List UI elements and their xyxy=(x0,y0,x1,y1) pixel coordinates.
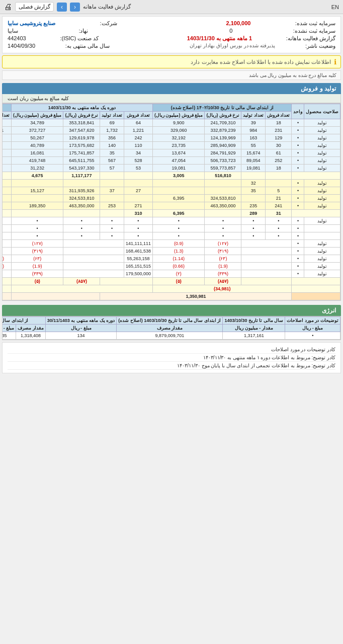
table-row: تولید • 61 15,674 284,791,929 13,674 34 … xyxy=(2,149,340,157)
energy-h4: مبلغ - ریال xyxy=(45,325,117,332)
col-group-current-year: از ابتدای سال مالی تا تاریخ 1۴۰۳/11/30 xyxy=(2,104,11,112)
energy-col4: دوره یک ماهه منتهی به 30/11/1403 xyxy=(45,317,117,325)
th-qty-sell-3: تعداد فروش xyxy=(2,112,11,119)
energy-cell-2: 1,317,161 xyxy=(223,332,285,340)
nehad-label: نهاد: xyxy=(78,28,88,34)
col-group-prev-year: از ابتدای سال مالی تا تاریخ 1۴۰۲/10/30 (… xyxy=(152,104,292,112)
th-amount-1: مبلغ فروش (میلیون ریال) xyxy=(152,112,205,119)
col-group-monthly: دوره یک ماهه منتهی به 1403/11/30 xyxy=(11,104,152,112)
special-row: تولید • (۳۳۹) (۲) 179,500,000 (۳۳۹) (۲) … xyxy=(2,270,340,278)
table-row: تولید • 18 39 241,709,310 9,900 64 69 35… xyxy=(2,119,340,127)
warning-text: اطلاعات نمایش داده شده با اطلاعات اصلاح … xyxy=(191,59,331,65)
bottom-note-2: کادر توضیح: مربوط به اطلاعات تجمعی از اب… xyxy=(8,362,335,370)
th-price-2: نرخ فروش (ریال) xyxy=(63,112,100,119)
energy-row: • 1,317,161 9,879,009,701 134 1,318,408 … xyxy=(2,332,340,340)
energy-col5: از ابتدای سال مالی تا 30/11/1403 xyxy=(2,317,45,325)
energy-cell-5: 1,318,408 xyxy=(16,332,46,340)
company-name-value: صنایع پتروشیمی سابیا xyxy=(8,20,55,27)
top-bar-right: EN xyxy=(331,4,339,10)
lang-label: EN xyxy=(331,4,339,10)
energy-col2: سال مالی تا تاریخ 1403/10/30 xyxy=(223,317,285,325)
table-row-sec2: 31 289 6,395 310 183 126,370 xyxy=(2,210,340,217)
special-row: (34,981) (33,939) (15,413) xyxy=(2,285,340,293)
status-value: پذیرفته شده در بورس اوراق بهادار تهران xyxy=(190,43,275,49)
col-unit: واحد xyxy=(292,104,304,119)
note-text: کلیه مبالغ درج شده به میلیون ریال می باش… xyxy=(249,72,336,78)
capital-not-registered-label: سرمایه ثبت نشده: xyxy=(293,28,335,34)
energy-cell-3: 9,879,009,701 xyxy=(117,332,223,340)
special-row: (۸۵۷) (۵) (۸۵۷) (۵) xyxy=(2,278,340,285)
empty-row: تولید••••••••••••••• xyxy=(2,217,340,225)
table-row: تولید • 252 89,054 506,733,723 47,054 52… xyxy=(2,157,340,165)
warning-bar: ℹ اطلاعات نمایش داده شده با اطلاعات اصلا… xyxy=(2,55,341,68)
capital-registered-label: سرمایه ثبت شده: xyxy=(295,20,335,27)
th-qty-sell-1: تعداد فروش xyxy=(265,112,292,119)
table-row: 516,810 3,005 1,117,177 4,675 1,633,947 … xyxy=(2,172,340,180)
top-bar: EN گزارش فعالیت ماهانه ‹ › گزارش فصلی 🖨 xyxy=(0,0,343,14)
table-row: تولید • 18 19,081 559,773,857 19,081 53 … xyxy=(2,165,340,172)
energy-h3: مقدار مصرف xyxy=(117,325,223,332)
energy-cell-1: • xyxy=(285,332,340,340)
table-row: تولید • 129 163 124,139,969 32,192 242 3… xyxy=(2,134,340,142)
production-table: صلاحیت محصول واحد از ابتدای سال مالی تا … xyxy=(2,103,341,301)
note-bar: کلیه مبالغ درج شده به میلیون ریال می باش… xyxy=(2,70,341,80)
energy-h2: مقدار - مبلیون ریال xyxy=(223,325,285,332)
energy-table: توضیحات در مورد اصلاحات سال مالی تا تاری… xyxy=(2,316,341,340)
fiscal-year-value: 1404/09/30 xyxy=(8,43,35,49)
table-row-sec2: تولید • 241 235 463,350,000 271 253 463,… xyxy=(2,202,340,210)
isic-label: کد صنعت (ISIC): xyxy=(60,35,99,42)
company-name-label: شرکت: xyxy=(100,20,117,27)
table-row-sec2: تولید • 32 14 0.8- 3,961 781,500,000 xyxy=(2,180,340,187)
nav-prev-button[interactable]: ‹ xyxy=(70,3,80,12)
special-row: تولید • (۱۲۷) (0.9) 141,111,111 (۱۲۷) (0… xyxy=(2,240,340,248)
energy-cell-6: 1,315,735 xyxy=(2,332,16,340)
table-row-sec2: تولید • 5 35 27 37 311,935,926 15,127 21… xyxy=(2,187,340,195)
report-period-value: 1 ماهه منتهی به 1403/11/30 xyxy=(187,35,252,42)
table-row: تولید • 30 55 285,940,909 23,735 110 140… xyxy=(2,142,340,149)
th-price-1: نرخ فروش (ریال) xyxy=(205,112,241,119)
table-row: تولید • 231 984 332,879,239 329,060 1,22… xyxy=(2,127,340,134)
section1-title: تولید و فروش xyxy=(2,83,341,94)
report-label: گزارش فعالیت ماهانه xyxy=(83,4,131,10)
special-row: تولید • (1.9) (0.66) 165,151,515 (1.9) (… xyxy=(2,263,340,270)
empty-row: ••••••••••••••• xyxy=(2,232,340,240)
section3-title: انرژی xyxy=(2,305,341,316)
capital-not-registered-value: 0 xyxy=(229,28,232,34)
nav-next-button[interactable]: › xyxy=(57,3,67,12)
print-icon[interactable]: 🖨 xyxy=(4,3,12,12)
energy-cell-4: 134 xyxy=(45,332,117,340)
energy-h6: مبلغ - مبلیون ریال xyxy=(2,325,16,332)
col-product-type: صلاحیت محصول xyxy=(304,104,340,119)
warning-icon: ℹ xyxy=(334,58,336,66)
special-row: تولید • (۶۳) (1.14) 55,263,158 (۶۳) (1.1… xyxy=(2,255,340,263)
energy-col3: از ابتدای سال مالی تا تاریخ 1403/10/30 (… xyxy=(117,317,223,325)
th-amount-2: مبلغ فروش (میلیون ریال) xyxy=(11,112,63,119)
capital-registered-value: 2,100,000 xyxy=(226,20,250,27)
fiscal-year-label: سال مالی منتهی به: xyxy=(65,43,110,49)
th-qty-sell-2: تعداد فروش xyxy=(124,112,152,119)
special-row: 1,350,981 1,391,136 507,789 1,793,933 xyxy=(2,293,340,300)
empty-row: ••••••••••••••• xyxy=(2,225,340,232)
isic-value: 442403 xyxy=(8,35,26,42)
section1-subtitle: کلیه مبالغ به میلیون ریان است xyxy=(2,94,341,103)
company-info: سرمایه ثبت شده: 2,100,000 شرکت: صنایع پت… xyxy=(2,16,341,53)
filter-box[interactable]: گزارش فصلی xyxy=(15,2,54,12)
bottom-note-1: کادر توضیح: مربوط به اطلاعات دوره ۱ ماهه… xyxy=(8,354,335,362)
energy-col1: توضیحات در مورد اصلاحات xyxy=(285,317,340,325)
table-row-sec2: تولید • 21 324,533,810 6,395 324,533,810… xyxy=(2,195,340,202)
special-row: تولید • (۳۱۹) (1.3) 168,461,538 (۳۱۹) (1… xyxy=(2,248,340,255)
th-qty-prod-1: تعداد تولید xyxy=(241,112,266,119)
energy-h5: مقدار مصرف xyxy=(16,325,46,332)
report-period-label: گزارش فعالیت ماهانه: xyxy=(286,35,335,42)
subtotal-label xyxy=(292,172,340,180)
bottom-notes: کادر توضیحات در مورد اصلاحات کادر توضیح:… xyxy=(2,342,341,373)
th-qty-prod-2: تعداد تولید xyxy=(100,112,124,119)
status-label: وضعیت ناشر: xyxy=(305,43,335,49)
nehad-value: سابیا xyxy=(8,28,18,34)
energy-h1: مبلغ - ریال xyxy=(285,325,340,332)
bottom-note-title: کادر توضیحات در مورد اصلاحات xyxy=(8,346,335,354)
